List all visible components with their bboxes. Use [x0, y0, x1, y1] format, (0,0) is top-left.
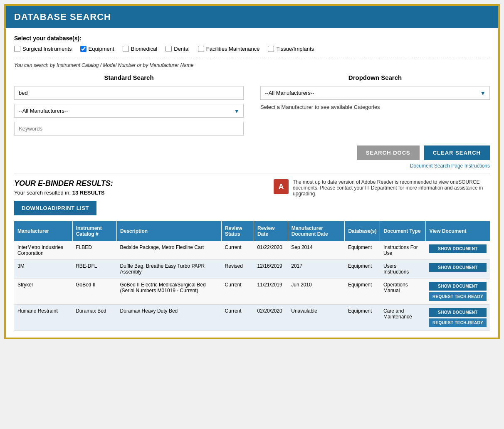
table-cell-buttons: SHOW DOCUMENTREQUEST TECH-READY [426, 305, 490, 331]
results-count: Your search resulted in: 13 RESULTS [14, 190, 113, 196]
table-cell-1: Duramax Bed [72, 305, 116, 331]
standard-manufacturer-wrapper: --All Manufacturers-- ▼ [14, 104, 244, 118]
db-equipment[interactable]: Equipment [80, 46, 114, 52]
adobe-note: A The most up to date version of Adobe R… [274, 179, 490, 197]
table-cell-0: Humane Restraint [14, 305, 72, 331]
doc-buttons-group: SHOW DOCUMENT [429, 263, 487, 272]
table-cell-6: Equipment [345, 305, 380, 331]
select-db-label: Select your database(s): [14, 35, 490, 42]
model-number-input[interactable] [14, 86, 244, 100]
results-left: YOUR E-BINDER RESULTS: Your search resul… [14, 179, 113, 196]
table-cell-5: Jun 2010 [288, 279, 345, 305]
table-cell-buttons: SHOW DOCUMENT [426, 241, 490, 260]
results-header: YOUR E-BINDER RESULTS: Your search resul… [14, 179, 490, 197]
results-table: Manufacturer Instrument Catalog # Descri… [14, 221, 490, 331]
col-description: Description [117, 221, 222, 241]
cb-facilities-label: Facilities Maintenance [206, 46, 260, 52]
dropdown-search-title: Dropdown Search [260, 74, 490, 81]
show-document-button[interactable]: SHOW DOCUMENT [429, 244, 487, 253]
divider-1 [14, 58, 490, 58]
table-cell-1: RBE-DFL [72, 260, 116, 279]
col-catalog: Instrument Catalog # [72, 221, 116, 241]
results-count-value: 13 RESULTS [72, 190, 105, 196]
table-row: InterMetro Industries CorporationFLBEDBe… [14, 241, 490, 260]
doc-buttons-group: SHOW DOCUMENT [429, 244, 487, 253]
search-docs-button[interactable]: SEARCH DOCS [357, 145, 420, 160]
download-print-button[interactable]: DOWNLOAD/PRINT LIST [14, 201, 96, 215]
db-dental[interactable]: Dental [166, 46, 190, 52]
table-cell-6: Equipment [345, 260, 380, 279]
table-cell-5: Unavailable [288, 305, 345, 331]
dropdown-manufacturer-select[interactable]: --All Manufacturers-- [260, 86, 490, 100]
table-cell-2: Bedside Package, Metro Flexline Cart [117, 241, 222, 260]
db-biomedical[interactable]: Biomedical [123, 46, 158, 52]
col-mfr-doc-date: Manufacturer Document Date [288, 221, 345, 241]
table-cell-3: Current [222, 279, 254, 305]
table-cell-6: Equipment [345, 241, 380, 260]
table-cell-0: 3M [14, 260, 72, 279]
cb-equipment[interactable] [80, 46, 86, 52]
standard-search-title: Standard Search [14, 74, 244, 81]
cb-tissue-label: Tissue/Implants [276, 46, 314, 52]
adobe-note-text: The most up to date version of Adobe Rea… [293, 179, 490, 197]
instructions-link[interactable]: Document Search Page Instructions [410, 163, 490, 169]
col-doc-type: Document Type [380, 221, 426, 241]
table-cell-3: Revised [222, 260, 254, 279]
cb-surgical-label: Surgical Instruments [22, 46, 72, 52]
col-review-status: Review Status [222, 221, 254, 241]
search-hint: You can search by Instrument Catalog / M… [14, 62, 490, 68]
standard-manufacturer-select[interactable]: --All Manufacturers-- [14, 104, 244, 118]
dropdown-search-hint: Select a Manufacturer to see available C… [260, 104, 490, 110]
table-header-row: Manufacturer Instrument Catalog # Descri… [14, 221, 490, 241]
table-cell-3: Current [222, 241, 254, 260]
adobe-icon: A [274, 179, 289, 194]
show-document-button[interactable]: SHOW DOCUMENT [429, 282, 487, 291]
table-cell-4: 01/22/2020 [254, 241, 288, 260]
database-checkboxes: Surgical Instruments Equipment Biomedica… [14, 46, 490, 52]
table-cell-4: 02/20/2020 [254, 305, 288, 331]
db-facilities[interactable]: Facilities Maintenance [198, 46, 260, 52]
table-cell-4: 12/16/2019 [254, 260, 288, 279]
table-cell-2: GoBed II Electric Medical/Surgical Bed (… [117, 279, 222, 305]
header-bar: DATABASE SEARCH [6, 6, 498, 28]
clear-search-button[interactable]: CLEAR SEARCH [424, 145, 490, 160]
cb-biomedical[interactable] [123, 46, 129, 52]
table-cell-4: 11/21/2019 [254, 279, 288, 305]
table-cell-3: Current [222, 305, 254, 331]
main-content: Select your database(s): Surgical Instru… [6, 28, 498, 338]
cb-dental[interactable] [166, 46, 172, 52]
table-cell-2: Duramax Heavy Duty Bed [117, 305, 222, 331]
request-tech-ready-button[interactable]: REQUEST TECH-READY [429, 318, 487, 327]
request-tech-ready-button[interactable]: REQUEST TECH-READY [429, 292, 487, 301]
table-cell-0: Stryker [14, 279, 72, 305]
show-document-button[interactable]: SHOW DOCUMENT [429, 263, 487, 272]
col-review-date: Review Date [254, 221, 288, 241]
search-columns: Standard Search --All Manufacturers-- ▼ … [14, 74, 490, 140]
table-row: Humane RestraintDuramax BedDuramax Heavy… [14, 305, 490, 331]
table-cell-0: InterMetro Industries Corporation [14, 241, 72, 260]
show-document-button[interactable]: SHOW DOCUMENT [429, 308, 487, 317]
search-button-row: SEARCH DOCS CLEAR SEARCH [14, 145, 490, 160]
cb-dental-label: Dental [174, 46, 190, 52]
cb-equipment-label: Equipment [89, 46, 114, 52]
table-cell-6: Equipment [345, 279, 380, 305]
db-tissue[interactable]: Tissue/Implants [268, 46, 314, 52]
dropdown-search-col: Dropdown Search --All Manufacturers-- ▼ … [260, 74, 490, 140]
cb-surgical[interactable] [14, 46, 20, 52]
cb-facilities[interactable] [198, 46, 204, 52]
page-container: DATABASE SEARCH Select your database(s):… [4, 4, 500, 339]
table-row: 3MRBE-DFLDuffle Bag, Breathe Easy Turbo … [14, 260, 490, 279]
section-divider [14, 173, 490, 173]
results-count-prefix: Your search resulted in: [14, 190, 71, 196]
doc-buttons-group: SHOW DOCUMENTREQUEST TECH-READY [429, 282, 487, 301]
keywords-input[interactable] [14, 122, 244, 136]
cb-tissue[interactable] [268, 46, 274, 52]
col-view-doc: View Document [426, 221, 490, 241]
table-body: InterMetro Industries CorporationFLBEDBe… [14, 241, 490, 331]
table-cell-7: Users Instructions [380, 260, 426, 279]
table-cell-2: Duffle Bag, Breathe Easy Turbo PAPR Asse… [117, 260, 222, 279]
db-surgical[interactable]: Surgical Instruments [14, 46, 72, 52]
table-cell-7: Care and Maintenance [380, 305, 426, 331]
instructions-link-container: Document Search Page Instructions [14, 163, 490, 169]
table-row: StrykerGoBed IIGoBed II Electric Medical… [14, 279, 490, 305]
